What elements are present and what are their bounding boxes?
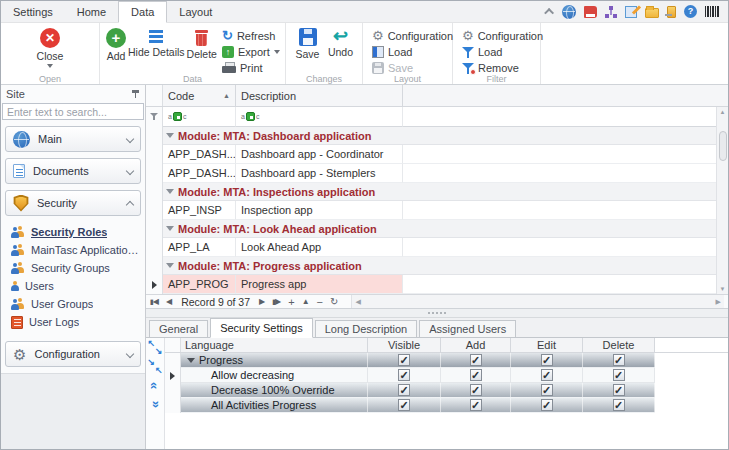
scroll-left-arrow[interactable]: ◀	[355, 298, 360, 306]
group-row[interactable]: Module: MTA: Look Ahead application	[146, 220, 728, 238]
tab-long-description[interactable]: Long Description	[315, 320, 418, 337]
sidebar-group-security[interactable]: Security	[5, 190, 141, 216]
expand-all-icon[interactable]: ↖↘	[149, 341, 162, 354]
checkbox-add[interactable]: ✓	[470, 384, 482, 396]
globe-icon[interactable]	[562, 5, 576, 19]
scroll-down-arrow[interactable]: ▼	[720, 284, 726, 294]
tab-assigned-users[interactable]: Assigned Users	[419, 320, 516, 337]
sidebar-item-users[interactable]: Users	[11, 277, 145, 295]
cell-description[interactable]: Inspection app	[236, 201, 403, 220]
tab-layout[interactable]: Layout	[167, 1, 224, 22]
cell-description[interactable]: Progress app	[236, 275, 403, 294]
group-row[interactable]: Module: MTA: Progress application	[146, 257, 728, 275]
checkbox-visible[interactable]: ✓	[398, 354, 410, 366]
cell-code[interactable]: APP_PROG	[163, 275, 236, 294]
collapse-ribbon-icon[interactable]	[544, 8, 554, 18]
sidebar-item-maintasc-applications-licenses[interactable]: MainTasc Applications Licen...	[11, 241, 145, 259]
prev-record-button[interactable]: ◀	[166, 297, 172, 307]
checkbox-edit[interactable]: ✓	[541, 399, 553, 411]
checkbox-delete[interactable]: ✓	[613, 384, 625, 396]
save-button[interactable]: Save	[292, 25, 323, 60]
permission-row[interactable]: All Activities Progress ✓ ✓ ✓ ✓	[165, 398, 728, 413]
exit-icon[interactable]	[667, 6, 676, 18]
horizontal-scrollbar[interactable]: ◀▶	[351, 295, 724, 308]
collapse-all-icon[interactable]: ↘↖	[149, 360, 162, 373]
checkbox-add[interactable]: ✓	[470, 354, 482, 366]
org-share-icon[interactable]	[605, 6, 617, 18]
checkbox-add[interactable]: ✓	[470, 369, 482, 381]
next-record-button[interactable]: ▶	[259, 297, 265, 307]
column-header-edit[interactable]: Edit	[511, 338, 583, 352]
barcode-icon[interactable]	[705, 6, 720, 17]
checkbox-add[interactable]: ✓	[470, 399, 482, 411]
sidebar-group-main[interactable]: Main	[5, 126, 141, 152]
cell-code[interactable]: APP_INSP	[163, 201, 236, 220]
filter-cell-description[interactable]: ac	[236, 107, 403, 127]
tab-general[interactable]: General	[149, 320, 208, 337]
layout-load-button[interactable]: Load	[369, 44, 456, 59]
group-row[interactable]: Module: MTA: Dashboard application	[146, 127, 728, 145]
cell-code[interactable]: APP_LA	[163, 238, 236, 257]
column-header-add[interactable]: Add	[441, 338, 511, 352]
sidebar-group-configuration[interactable]: ⚙ Configuration	[5, 341, 141, 367]
table-row[interactable]: APP_INSP Inspection app	[146, 201, 728, 220]
table-row-selected[interactable]: APP_PROG Progress app	[146, 275, 728, 294]
close-button[interactable]: ✕ Close	[26, 25, 74, 68]
edit-icon[interactable]	[625, 6, 637, 18]
print-button[interactable]: Print	[219, 60, 283, 75]
cell-code[interactable]: APP_DASH...	[163, 145, 236, 164]
refresh-button[interactable]: ↻ Refresh	[219, 28, 283, 43]
sidebar-item-user-groups[interactable]: User Groups	[11, 295, 145, 313]
cell-description[interactable]: Look Ahead App	[236, 238, 403, 257]
checkbox-delete[interactable]: ✓	[613, 369, 625, 381]
collapse-group-icon[interactable]	[166, 226, 174, 231]
filter-remove-button[interactable]: Remove	[459, 60, 546, 75]
cell-code[interactable]: APP_DASH...	[163, 164, 236, 183]
checkbox-delete[interactable]: ✓	[613, 399, 625, 411]
collapse-group-icon[interactable]	[166, 263, 174, 268]
double-chevron-down-icon[interactable]: «	[149, 398, 162, 411]
sidebar-item-security-roles[interactable]: Security Roles	[11, 223, 145, 241]
pin-icon[interactable]	[131, 89, 140, 99]
last-record-button[interactable]: ▶	[272, 297, 281, 307]
scroll-up-arrow[interactable]: ▲	[720, 107, 726, 117]
checkbox-edit[interactable]: ✓	[541, 384, 553, 396]
book-icon[interactable]	[584, 6, 597, 18]
panel-splitter[interactable]	[146, 309, 728, 318]
tab-home[interactable]: Home	[65, 1, 118, 22]
double-chevron-up-icon[interactable]: «	[149, 379, 162, 392]
permission-group-row[interactable]: Progress ✓ ✓ ✓ ✓	[165, 353, 728, 368]
collapse-group-icon[interactable]	[166, 133, 174, 138]
cell-description[interactable]: Dashboard app - Coordinator	[236, 145, 403, 164]
permission-row[interactable]: Decrease 100% Override ✓ ✓ ✓ ✓	[165, 383, 728, 398]
first-record-button[interactable]: ◀	[150, 297, 159, 307]
permission-row-current[interactable]: Allow decreasing ✓ ✓ ✓ ✓	[165, 368, 728, 383]
sidebar-item-user-logs[interactable]: User Logs	[11, 313, 145, 331]
filter-cell-code[interactable]: ac	[163, 107, 236, 127]
filter-configuration-button[interactable]: ⚙ Configuration	[459, 28, 546, 43]
export-button[interactable]: ↑ Export	[219, 44, 283, 59]
refresh-records-button[interactable]: ↻	[330, 297, 338, 307]
group-row[interactable]: Module: MTA: Inspections application	[146, 183, 728, 201]
hide-details-button[interactable]: Hide Details	[128, 25, 185, 58]
table-row[interactable]: APP_DASH... Dashboard app - Coordinator	[146, 145, 728, 164]
collapse-group-icon[interactable]	[187, 358, 195, 363]
checkbox-visible[interactable]: ✓	[398, 399, 410, 411]
undo-button[interactable]: ↩ Undo	[325, 25, 356, 58]
checkbox-visible[interactable]: ✓	[398, 369, 410, 381]
column-header-visible[interactable]: Visible	[368, 338, 441, 352]
delete-button[interactable]: Delete	[187, 25, 217, 60]
search-input[interactable]	[3, 106, 146, 118]
scroll-right-arrow[interactable]: ▶	[716, 298, 721, 306]
edit-record-button[interactable]: ▲	[302, 297, 310, 307]
checkbox-edit[interactable]: ✓	[541, 369, 553, 381]
add-button[interactable]: + Add	[106, 25, 126, 62]
table-row[interactable]: APP_DASH... Dashboard app - Stemplers	[146, 164, 728, 183]
sidebar-item-security-groups[interactable]: Security Groups	[11, 259, 145, 277]
scrollbar-thumb[interactable]	[719, 131, 727, 161]
checkbox-edit[interactable]: ✓	[541, 354, 553, 366]
vertical-scrollbar[interactable]: ▲ ▼	[716, 107, 728, 294]
table-row[interactable]: APP_LA Look Ahead App	[146, 238, 728, 257]
collapse-group-icon[interactable]	[166, 189, 174, 194]
column-header-language[interactable]: Language	[181, 338, 368, 352]
